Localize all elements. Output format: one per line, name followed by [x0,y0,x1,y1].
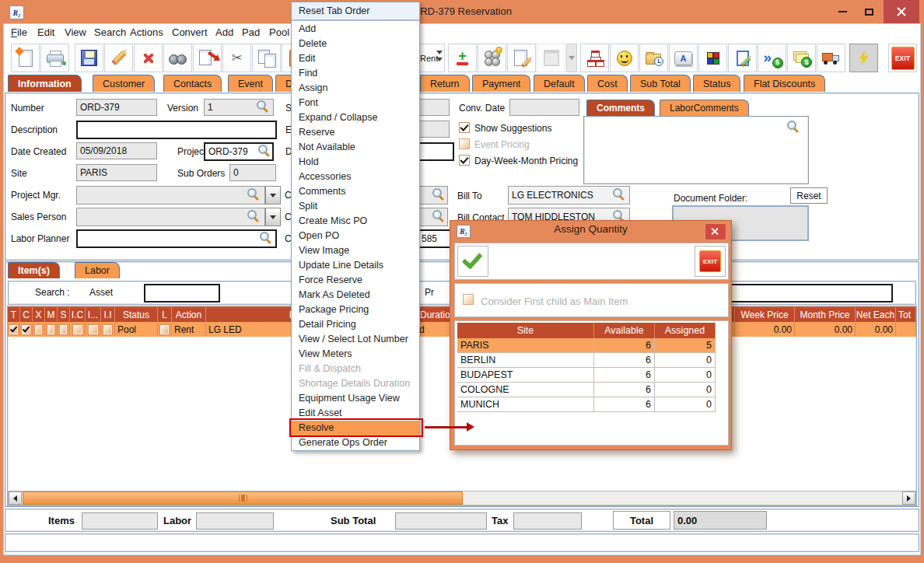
column-header[interactable]: C [20,306,33,322]
conv-date-field[interactable] [509,99,579,116]
column-header[interactable]: Month Price [795,306,856,322]
invoice-button[interactable] [787,44,816,72]
site-cell[interactable]: BERLIN [457,353,594,368]
billing-forward-button[interactable] [758,44,786,72]
exit-button[interactable]: EXIT [888,44,917,72]
print-button[interactable] [40,44,69,72]
column-header[interactable]: X [33,306,45,322]
save-button[interactable] [75,44,103,72]
menu-item-edit[interactable]: Edit [292,51,419,66]
dialog-ok-button[interactable] [457,246,488,277]
show-suggestions-checkbox[interactable] [459,122,470,133]
month-price-cell[interactable]: 0.00 [795,322,856,337]
project-mgr-field[interactable] [76,186,265,205]
menu-item-assign[interactable]: Assign [292,81,419,96]
scrollbar-thumb[interactable] [23,491,463,505]
tab-sub-total[interactable]: Sub Total [630,75,691,92]
comments-search-icon[interactable] [787,121,800,134]
maximize-button[interactable] [857,0,880,23]
column-header[interactable]: Net Each [856,306,896,322]
menu-item-force-reserve[interactable]: Force Reserve [292,273,419,288]
menu-item-package-pricing[interactable]: Package Pricing [292,302,419,317]
group-button[interactable] [478,44,506,72]
cut-button[interactable] [222,44,251,72]
menu-item-generate-ops-order[interactable]: Generate Ops Order [292,435,419,450]
row-checkbox[interactable] [60,325,67,334]
row-checkbox[interactable] [103,325,112,334]
available-cell[interactable]: 6 [594,353,655,368]
tab-cost[interactable]: Cost [587,75,628,92]
sales-person-dropdown[interactable] [265,208,281,226]
menu-item-equipment-usage-view[interactable]: Equipment Usage View [292,391,419,406]
menu-item-find[interactable]: Find [292,66,419,81]
available-cell[interactable]: 6 [594,397,655,412]
hierarchy-button[interactable] [580,44,609,72]
menu-pad[interactable]: Pad [242,26,260,38]
new-button[interactable] [11,44,40,72]
description-input[interactable] [76,121,277,139]
tab-information[interactable]: Information [8,75,82,92]
search-icon[interactable] [432,188,446,201]
available-cell[interactable]: 6 [594,338,655,353]
menu-item-hold[interactable]: Hold [292,155,419,170]
column-header[interactable]: T [8,306,20,322]
menu-file[interactable]: File [11,26,27,38]
menu-add[interactable]: Add [215,26,233,38]
day-week-month-pricing-checkbox[interactable] [459,155,470,166]
tab-labor-comments[interactable]: LaborComments [660,100,749,116]
menu-item-reset-tab-order[interactable]: Reset Tab Order [292,2,419,21]
available-cell[interactable]: 6 [594,368,655,383]
project-mgr-search-icon[interactable] [247,188,261,201]
row-checkbox[interactable] [73,325,82,334]
assigned-cell[interactable]: 0 [655,397,716,412]
column-header[interactable]: L [158,306,172,322]
bill-to-field[interactable]: LG ELECTRONICS [508,186,630,205]
bill-to-search-icon[interactable] [613,188,626,201]
site-cell[interactable]: BUDAPEST [457,368,594,383]
tab-status[interactable]: Status [693,75,740,92]
menu-item-reserve[interactable]: Reserve [292,125,419,140]
assigned-column-header[interactable]: Assigned [655,323,716,338]
menu-item-mark-as-deleted[interactable]: Mark As Deleted [292,288,419,302]
edit-button[interactable] [104,44,133,72]
sales-person-search-icon[interactable] [247,210,261,223]
tab-return[interactable]: Return [420,75,470,92]
copy-button[interactable] [252,44,281,72]
add-remove-button[interactable] [448,44,477,72]
available-cell[interactable]: 6 [594,383,655,397]
delete-button[interactable] [134,44,163,72]
tab-event[interactable]: Event [228,75,273,92]
menu-item-comments[interactable]: Comments [292,184,419,199]
column-header[interactable]: Week Price [735,306,795,322]
available-column-header[interactable]: Available [594,323,655,338]
version-search-icon[interactable] [257,100,270,114]
menu-item-font[interactable]: Font [292,96,419,110]
week-price-cell[interactable]: 0.00 [735,322,795,337]
asset-search-input[interactable] [144,284,220,302]
row-checkbox[interactable] [35,325,42,334]
site-cell[interactable]: COLOGNE [457,383,594,397]
menu-item-view-meters[interactable]: View Meters [292,347,419,362]
net-each-cell[interactable]: 0.00 [856,322,896,337]
close-button[interactable] [884,0,919,23]
row-checkbox[interactable] [89,325,98,334]
menu-search[interactable]: Search [94,26,126,38]
menu-convert[interactable]: Convert [172,26,208,38]
find-button[interactable] [163,44,192,72]
menu-item-accessories[interactable]: Accessories [292,170,419,184]
row-checkbox[interactable] [160,325,169,334]
column-header[interactable]: I... [86,306,101,322]
search-icon[interactable] [432,210,446,223]
project-mgr-dropdown[interactable] [265,186,281,205]
notes-button[interactable] [507,44,536,72]
rent-dropdown[interactable]: Rent [417,44,445,72]
menu-item-update-line-details[interactable]: Update Line Details [292,258,419,273]
project-search-icon[interactable] [258,145,271,158]
tab-payment[interactable]: Payment [472,75,530,92]
row-checkbox[interactable] [22,325,30,334]
packages-button[interactable] [698,44,727,72]
menu-item-detail-pricing[interactable]: Detail Pricing [292,317,419,332]
tab-labor[interactable]: Labor [75,262,120,278]
menu-actions[interactable]: Actions [130,26,163,38]
contact-button[interactable] [610,44,639,72]
